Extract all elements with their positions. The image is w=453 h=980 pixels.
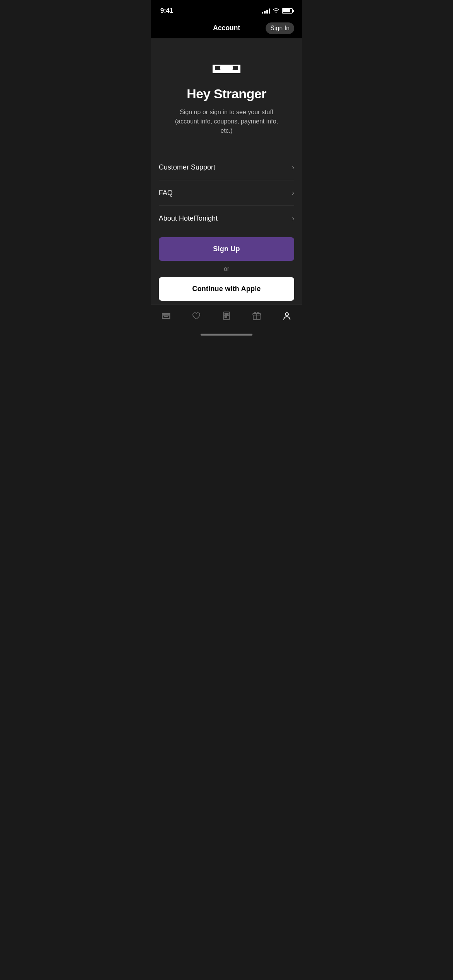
main-content: Hey Stranger Sign up or sign in to see y… bbox=[151, 38, 302, 305]
status-icons bbox=[262, 8, 293, 14]
menu-list: Customer Support › FAQ › About HotelToni… bbox=[151, 155, 302, 231]
hero-subtitle: Sign up or sign in to see your stuff (ac… bbox=[168, 108, 285, 135]
tab-bookings[interactable] bbox=[216, 309, 237, 323]
home-indicator-bar bbox=[201, 334, 252, 336]
status-bar: 9:41 bbox=[151, 0, 302, 19]
home-indicator bbox=[151, 331, 302, 339]
hero-title: Hey Stranger bbox=[187, 86, 266, 101]
svg-rect-12 bbox=[225, 315, 228, 316]
sign-up-button[interactable]: Sign Up bbox=[159, 237, 294, 261]
booking-icon bbox=[221, 310, 232, 321]
svg-rect-4 bbox=[220, 66, 233, 70]
hero-section: Hey Stranger Sign up or sign in to see y… bbox=[151, 38, 302, 151]
gift-icon bbox=[251, 310, 262, 321]
wifi-icon bbox=[273, 8, 280, 14]
signal-icon bbox=[262, 8, 270, 14]
bed-icon bbox=[211, 62, 242, 77]
svg-rect-0 bbox=[213, 70, 240, 73]
menu-item-label: Customer Support bbox=[159, 163, 215, 171]
heart-icon bbox=[191, 310, 202, 321]
menu-item-customer-support[interactable]: Customer Support › bbox=[159, 155, 294, 180]
chevron-right-icon: › bbox=[292, 189, 294, 197]
page-title: Account bbox=[213, 24, 240, 32]
menu-item-label: About HotelTonight bbox=[159, 214, 218, 223]
svg-point-17 bbox=[285, 313, 288, 316]
account-icon bbox=[281, 310, 292, 321]
tab-favorites[interactable] bbox=[186, 309, 206, 323]
home-bed-icon bbox=[161, 310, 172, 321]
tab-deals[interactable] bbox=[247, 309, 267, 323]
svg-rect-1 bbox=[213, 65, 215, 73]
menu-item-faq[interactable]: FAQ › bbox=[159, 180, 294, 206]
chevron-right-icon: › bbox=[292, 214, 294, 223]
chevron-right-icon: › bbox=[292, 163, 294, 171]
bottom-cta: Sign Up or Continue with Apple bbox=[151, 231, 302, 305]
svg-rect-9 bbox=[164, 314, 168, 317]
svg-rect-3 bbox=[213, 65, 240, 66]
battery-icon bbox=[282, 8, 293, 14]
nav-header: Account Sign In bbox=[151, 19, 302, 38]
tab-home[interactable] bbox=[156, 309, 176, 323]
tab-account[interactable] bbox=[277, 309, 297, 323]
svg-rect-13 bbox=[225, 317, 227, 317]
svg-rect-2 bbox=[238, 65, 240, 73]
tab-bar bbox=[151, 305, 302, 331]
svg-rect-5 bbox=[162, 316, 170, 319]
status-time: 9:41 bbox=[160, 7, 173, 15]
menu-item-label: FAQ bbox=[159, 189, 173, 197]
sign-in-button[interactable]: Sign In bbox=[266, 22, 294, 34]
svg-rect-11 bbox=[225, 314, 228, 314]
continue-with-apple-button[interactable]: Continue with Apple bbox=[159, 277, 294, 301]
or-divider: or bbox=[159, 261, 294, 277]
menu-item-about[interactable]: About HotelTonight › bbox=[159, 206, 294, 231]
